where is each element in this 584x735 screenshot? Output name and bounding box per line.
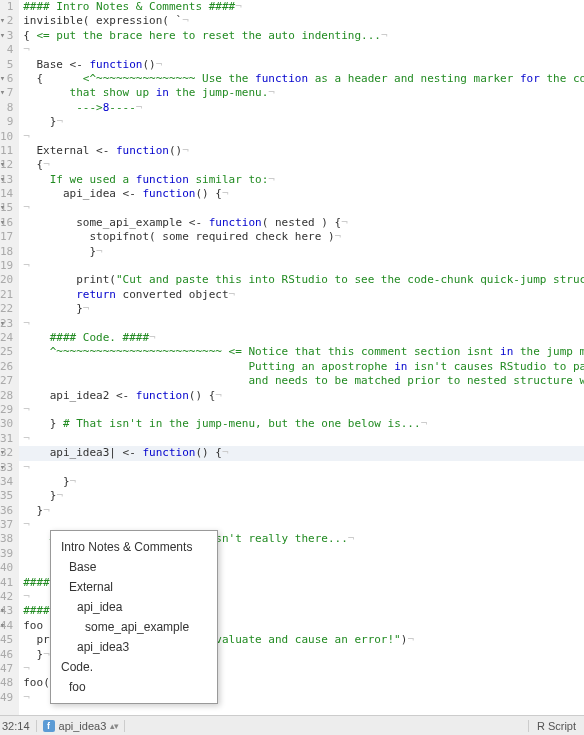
line-number: 38 [0, 532, 13, 546]
code-line[interactable]: }¬ [23, 504, 584, 518]
line-number: 45 [0, 633, 13, 647]
line-number: 47 [0, 662, 13, 676]
code-line[interactable]: ¬ [23, 201, 584, 215]
code-line[interactable]: some_api_example <- function( nested ) {… [23, 216, 584, 230]
code-line[interactable]: api_idea3| <- function() {¬ [19, 446, 584, 460]
line-number: 48 [0, 676, 13, 690]
jump-menu-item[interactable]: api_idea3 [51, 637, 217, 657]
line-number: 17 [0, 230, 13, 244]
code-line[interactable]: }¬ [23, 302, 584, 316]
line-number: 49 [0, 691, 13, 705]
jump-menu-item[interactable]: Intro Notes & Comments [51, 537, 217, 557]
line-number: 26 [0, 360, 13, 374]
line-number: 34 [0, 475, 13, 489]
fold-arrow-icon[interactable]: ▾ [0, 606, 7, 615]
line-number: 8 [0, 101, 13, 115]
code-line[interactable]: }¬ [23, 489, 584, 503]
line-number: 43▾ [0, 604, 13, 618]
line-number: 40 [0, 561, 13, 575]
line-number: 3▾ [0, 29, 13, 43]
code-line[interactable]: { <= put the brace here to reset the aut… [23, 29, 584, 43]
fold-arrow-icon[interactable]: ▾ [0, 31, 7, 40]
code-line[interactable]: #### Code. ####¬ [23, 331, 584, 345]
code-line[interactable]: ¬ [23, 461, 584, 475]
code-line[interactable]: #### Intro Notes & Comments ####¬ [23, 0, 584, 14]
code-line[interactable]: that show up in the jump-menu.¬ [23, 86, 584, 100]
code-line[interactable]: api_idea <- function() {¬ [23, 187, 584, 201]
line-number: 4 [0, 43, 13, 57]
line-number: 7▾ [0, 86, 13, 100]
code-line[interactable]: ¬ [23, 130, 584, 144]
jump-menu-item[interactable]: External [51, 577, 217, 597]
line-number: 22 [0, 302, 13, 316]
code-line[interactable]: invisible( expression( `¬ [23, 14, 584, 28]
code-line[interactable]: Putting an apostrophe in isn't causes RS… [23, 360, 584, 374]
line-number: 36 [0, 504, 13, 518]
line-number: 27 [0, 374, 13, 388]
line-number: 32▾ [0, 446, 13, 460]
line-number: 19 [0, 259, 13, 273]
code-line[interactable]: stopifnot( some required check here )¬ [23, 230, 584, 244]
line-number: 21 [0, 288, 13, 302]
fold-arrow-icon[interactable]: ▾ [0, 319, 7, 328]
code-line[interactable]: ¬ [23, 43, 584, 57]
line-number: 15▾ [0, 201, 13, 215]
line-number: 37 [0, 518, 13, 532]
status-bar: 32:14 f api_idea3 ▴▾ R Script [0, 715, 584, 735]
line-number: 13▾ [0, 173, 13, 187]
code-line[interactable]: If we used a function similar to:¬ [23, 173, 584, 187]
code-line[interactable]: Base <- function()¬ [23, 58, 584, 72]
line-number: 35 [0, 489, 13, 503]
code-line[interactable]: return converted object¬ [23, 288, 584, 302]
line-number: 24 [0, 331, 13, 345]
code-line[interactable]: }¬ [23, 115, 584, 129]
line-number: 10 [0, 130, 13, 144]
code-line[interactable]: ¬ [23, 403, 584, 417]
jump-menu-item[interactable]: Base [51, 557, 217, 577]
jump-menu-item[interactable]: some_api_example [51, 617, 217, 637]
code-line[interactable]: } # That isn't in the jump-menu, but the… [23, 417, 584, 431]
code-line[interactable]: ¬ [23, 432, 584, 446]
code-line[interactable]: api_idea2 <- function() {¬ [23, 389, 584, 403]
code-line[interactable]: ¬ [23, 259, 584, 273]
line-number: 1 [0, 0, 13, 14]
fold-arrow-icon[interactable]: ▾ [0, 74, 7, 83]
fold-arrow-icon[interactable]: ▾ [0, 218, 7, 227]
line-number: 6▾ [0, 72, 13, 86]
code-line[interactable]: {¬ [23, 158, 584, 172]
fold-arrow-icon[interactable]: ▾ [0, 88, 7, 97]
line-number: 9 [0, 115, 13, 129]
line-number: 2▾ [0, 14, 13, 28]
code-line[interactable]: print("Cut and paste this into RStudio t… [23, 273, 584, 287]
fold-arrow-icon[interactable]: ▾ [0, 175, 7, 184]
line-number: 39 [0, 547, 13, 561]
code-line[interactable]: { <^~~~~~~~~~~~~~~~ Use the function as … [23, 72, 584, 86]
fold-arrow-icon[interactable]: ▾ [0, 621, 7, 630]
code-line[interactable]: }¬ [23, 475, 584, 489]
code-line[interactable]: and needs to be matched prior to nested … [23, 374, 584, 388]
code-line[interactable]: --->8----¬ [23, 101, 584, 115]
current-function-label: api_idea3 [59, 720, 107, 732]
code-line[interactable]: }¬ [23, 245, 584, 259]
fold-arrow-icon[interactable]: ▾ [0, 463, 7, 472]
code-line[interactable]: External <- function()¬ [23, 144, 584, 158]
line-number: 31 [0, 432, 13, 446]
line-number: 29 [0, 403, 13, 417]
fold-arrow-icon[interactable]: ▾ [0, 448, 7, 457]
line-number: 30 [0, 417, 13, 431]
jump-menu-popup[interactable]: Intro Notes & CommentsBaseExternalapi_id… [50, 530, 218, 704]
jump-menu-item[interactable]: api_idea [51, 597, 217, 617]
function-navigator[interactable]: f api_idea3 ▴▾ [36, 720, 126, 732]
fold-arrow-icon[interactable]: ▾ [0, 160, 7, 169]
fold-arrow-icon[interactable]: ▾ [0, 203, 7, 212]
jump-menu-item[interactable]: foo [51, 677, 217, 697]
line-number: 41 [0, 576, 13, 590]
line-number: 28 [0, 389, 13, 403]
cursor-position: 32:14 [0, 720, 36, 732]
line-number: 44▾ [0, 619, 13, 633]
updown-icon: ▴▾ [110, 721, 118, 731]
jump-menu-item[interactable]: Code. [51, 657, 217, 677]
code-line[interactable]: ^~~~~~~~~~~~~~~~~~~~~~~~~~ <= Notice tha… [23, 345, 584, 359]
fold-arrow-icon[interactable]: ▾ [0, 16, 7, 25]
code-line[interactable]: ¬ [23, 317, 584, 331]
